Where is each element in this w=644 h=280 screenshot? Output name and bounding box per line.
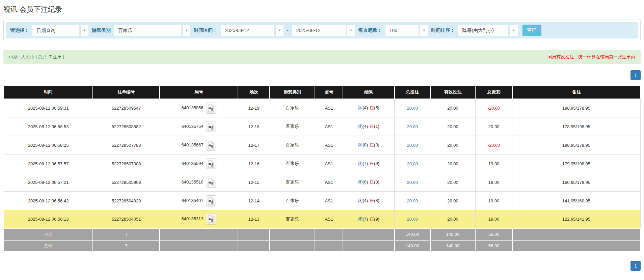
date-to-dropdown[interactable]: 2025-08-12 ▼	[292, 25, 355, 36]
video-replay-button[interactable]	[206, 121, 216, 132]
cell-payout: 19.00	[475, 173, 512, 192]
result-player-value: (8)	[363, 142, 368, 147]
video-replay-button[interactable]	[206, 140, 216, 151]
subtotal-row: 小计 7 140.00 140.00 56.00	[4, 229, 640, 240]
cell-table-no: AS1	[315, 192, 343, 210]
select-type-value[interactable]: 日期查询	[32, 25, 79, 36]
date-to-value[interactable]: 2025-08-12	[292, 25, 346, 36]
date-from-value[interactable]: 2025-08-12	[220, 25, 274, 36]
result-player-value: (0)	[363, 179, 368, 185]
chevron-down-icon[interactable]: ▼	[347, 25, 355, 36]
chevron-down-icon[interactable]: ▼	[510, 25, 518, 36]
total-payout: 56.00	[475, 240, 512, 252]
cell-session: 12-13	[238, 210, 270, 229]
video-replay-button[interactable]	[206, 158, 216, 169]
cell-payout: 19.00	[475, 155, 512, 173]
cell-time: 2025-08-12 06:57:57	[4, 155, 93, 173]
result-player: 闲	[358, 124, 363, 129]
cell-valid-bet: 20.00	[430, 210, 476, 229]
game-type-dropdown[interactable]: 百家乐 ▼	[114, 25, 191, 36]
video-replay-button[interactable]	[206, 177, 216, 188]
result-banker-value: (9)	[374, 161, 379, 166]
time-sort-dropdown[interactable]: 降幂(由大到小) ▼	[458, 25, 518, 36]
cell-game-type: 百家乐	[270, 136, 315, 155]
game-type-label: 游戏类别	[91, 27, 111, 33]
cell-session: 12-14	[238, 192, 270, 210]
result-banker: 庄	[370, 198, 374, 203]
total-bet-link[interactable]: 20.00	[407, 198, 418, 203]
table-row: 2025-08-12 06:57:21 522728505908 6401355…	[4, 173, 640, 192]
cell-payout: 19.00	[475, 192, 512, 210]
header-valid-bet: 有效投注	[430, 86, 476, 99]
table-row: 2025-08-12 06:59:31 522728509647 6401358…	[4, 99, 640, 117]
total-bet-link[interactable]: 20.00	[407, 106, 418, 111]
chevron-down-icon[interactable]: ▼	[80, 25, 89, 36]
date-from-dropdown[interactable]: 2025-08-12 ▼	[220, 25, 284, 36]
cell-result: 闲(4)庄(5)	[343, 99, 395, 117]
cell-payout: -20.00	[475, 99, 512, 117]
page-title: 视讯 会员下注纪录	[3, 5, 641, 14]
header-note: 备注	[512, 86, 640, 99]
total-row: 总计 7 140.00 140.00 56.00	[4, 240, 640, 252]
total-bet-link[interactable]: 20.00	[407, 124, 418, 129]
chevron-down-icon[interactable]: ▼	[275, 25, 284, 36]
result-player: 闲	[358, 142, 363, 147]
total-total-bet: 140.00	[395, 240, 430, 252]
header-session: 场次	[238, 86, 270, 99]
video-replay-button[interactable]	[206, 103, 216, 114]
cell-game-type: 百家乐	[270, 117, 315, 136]
subtotal-total-bet: 140.00	[395, 229, 430, 240]
video-replay-button[interactable]	[206, 214, 216, 225]
result-player: 闲	[358, 105, 363, 110]
result-banker-value: (9)	[374, 217, 379, 222]
cell-bet-id: 522728508582	[93, 117, 160, 136]
cell-total-bet: 20.00	[395, 117, 430, 136]
result-banker-value: (8)	[374, 198, 379, 203]
cell-table-no: AS1	[315, 210, 343, 229]
total-bet-link[interactable]: 20.00	[407, 180, 418, 185]
video-file-icon	[208, 215, 214, 223]
search-button[interactable]: 查询	[522, 25, 541, 36]
cell-time: 2025-08-12 06:56:13	[4, 210, 93, 229]
cell-bet-id: 522728507008	[93, 155, 160, 173]
total-bet-link[interactable]: 20.00	[407, 143, 418, 148]
video-replay-button[interactable]	[206, 195, 216, 206]
cell-table-no: AS1	[315, 136, 343, 155]
video-file-icon	[208, 104, 214, 112]
page-1-button[interactable]: 1	[630, 70, 641, 80]
time-sort-value[interactable]: 降幂(由大到小)	[458, 25, 509, 36]
cell-note: 198.95/178.95	[512, 99, 640, 117]
chevron-down-icon[interactable]: ▼	[182, 25, 191, 36]
game-type-value[interactable]: 百家乐	[114, 25, 181, 36]
filter-panel: 请选择： 日期查询 ▼ 游戏类别 百家乐 ▼ 时间区间： 2025-08-12 …	[3, 20, 641, 41]
cell-total-bet: 20.00	[395, 136, 430, 155]
total-bet-link[interactable]: 20.00	[407, 217, 418, 222]
header-result: 结果	[343, 86, 395, 99]
table-row: 2025-08-12 06:58:53 522728508582 6401357…	[4, 117, 640, 136]
result-banker: 庄	[370, 142, 374, 147]
chevron-down-icon[interactable]: ▼	[420, 25, 428, 36]
cell-table-no: AS1	[315, 155, 343, 173]
header-round-id: 局号	[160, 86, 238, 99]
page-1-button[interactable]: 1	[630, 261, 641, 271]
table-body: 2025-08-12 06:59:31 522728509647 6401358…	[4, 99, 640, 252]
page-size-value[interactable]: 100	[385, 25, 419, 36]
filter-bar: 请选择： 日期查询 ▼ 游戏类别 百家乐 ▼ 时间区间： 2025-08-12 …	[6, 22, 638, 38]
page: 视讯 会员下注纪录 请选择： 日期查询 ▼ 游戏类别 百家乐 ▼ 时间区间： 2…	[0, 5, 644, 271]
total-bet-link[interactable]: 20.00	[407, 161, 418, 166]
cell-bet-id: 522728505908	[93, 173, 160, 192]
header-bet-id: 注单编号	[93, 86, 160, 99]
summary-notice: 同局有效投注，统一计算在该局第一张注单内	[547, 54, 635, 60]
select-type-dropdown[interactable]: 日期查询 ▼	[32, 25, 89, 36]
cell-game-type: 百家乐	[270, 210, 315, 229]
bet-records-table: 时间 注单编号 局号 场次 游戏类别 桌号 结果 总投注 有效投注 总派彩 备注…	[3, 86, 641, 252]
cell-result: 闲(7)庄(9)	[343, 210, 395, 229]
round-id: 640135407	[181, 198, 203, 203]
header-total-bet: 总投注	[395, 86, 430, 99]
page-size-dropdown[interactable]: 100 ▼	[385, 25, 428, 36]
date-range-tilde: ~	[286, 28, 290, 33]
video-file-icon	[208, 141, 214, 149]
cell-bet-id: 522728504051	[93, 210, 160, 229]
cell-time: 2025-08-12 06:57:21	[4, 173, 93, 192]
summary-bar: 币别 : 人民币 | 总共 :7 注单 | 同局有效投注，统一计算在该局第一张注…	[3, 50, 641, 64]
